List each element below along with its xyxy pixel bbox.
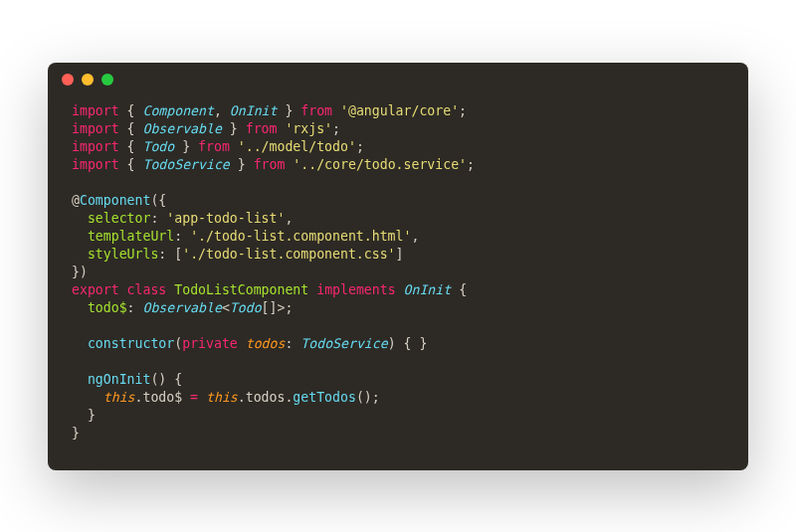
- keyword-this: this: [103, 390, 135, 405]
- identifier: TodoService: [142, 157, 229, 172]
- code-area: import { Component, OnInit } from '@angu…: [48, 96, 748, 470]
- field-name: todo$: [88, 300, 127, 315]
- operator: =: [190, 390, 198, 405]
- method-call: getTodos: [293, 390, 356, 405]
- string: './todo-list.component.html': [190, 229, 411, 244]
- identifier: Component: [142, 103, 213, 118]
- interface-name: OnInit: [404, 282, 452, 297]
- keyword-import: import: [72, 103, 119, 118]
- string: '../core/todo.service': [293, 157, 467, 172]
- minimize-icon[interactable]: [82, 74, 94, 86]
- keyword-export: export: [72, 282, 119, 297]
- param: todos: [246, 336, 286, 351]
- code-window: import { Component, OnInit } from '@angu…: [48, 63, 748, 470]
- identifier: Observable: [142, 121, 221, 136]
- string: 'rxjs': [285, 121, 332, 136]
- keyword-from: from: [198, 139, 230, 154]
- string: '../model/todo': [238, 139, 356, 154]
- keyword-class: class: [127, 282, 167, 297]
- string: 'app-todo-list': [166, 211, 285, 226]
- keyword-from: from: [300, 103, 332, 118]
- keyword-import: import: [72, 139, 119, 154]
- class-name: TodoListComponent: [174, 282, 308, 297]
- prop-styleurls: styleUrls: [88, 247, 158, 262]
- method-ngoninit: ngOnInit: [88, 372, 151, 387]
- prop-templateurl: templateUrl: [88, 229, 174, 244]
- keyword-import: import: [72, 157, 119, 172]
- maximize-icon[interactable]: [101, 74, 113, 86]
- window-titlebar: [48, 63, 748, 96]
- type: Observable: [142, 300, 221, 315]
- keyword-implements: implements: [316, 282, 395, 297]
- close-icon[interactable]: [62, 74, 74, 86]
- type: TodoService: [300, 336, 387, 351]
- identifier: OnInit: [230, 103, 278, 118]
- keyword-private: private: [182, 336, 238, 351]
- string: '@angular/core': [340, 103, 459, 118]
- type: Todo: [230, 300, 262, 315]
- keyword-this: this: [206, 390, 238, 405]
- keyword-import: import: [72, 121, 119, 136]
- constructor: constructor: [88, 336, 174, 351]
- decorator: Component: [80, 193, 150, 208]
- prop-selector: selector: [88, 211, 151, 226]
- keyword-from: from: [246, 121, 278, 136]
- keyword-from: from: [254, 157, 286, 172]
- string: './todo-list.component.css': [182, 247, 395, 262]
- identifier: Todo: [142, 139, 174, 154]
